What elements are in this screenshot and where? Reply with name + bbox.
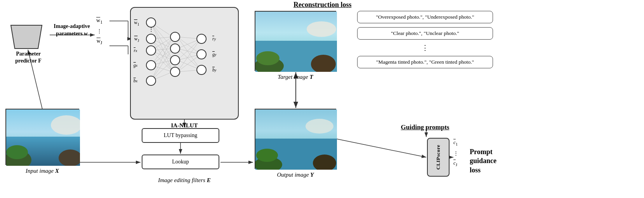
svg-point-52 xyxy=(146,46,156,55)
svg-text:w1: w1 xyxy=(134,20,139,26)
svg-point-58 xyxy=(170,67,180,76)
ia-nilut-box: ⋮ w1 wJ rx gx bx ry gy xyxy=(130,7,239,120)
svg-point-82 xyxy=(256,51,279,65)
nn-svg: ⋮ w1 wJ rx gx bx ry gy xyxy=(131,8,232,97)
recon-loss-label: Reconstruction loss xyxy=(293,1,352,9)
lookup-box: Lookup xyxy=(142,155,219,169)
svg-text:⋮: ⋮ xyxy=(149,26,154,32)
guiding-prompts-dots: ⋮ xyxy=(357,43,493,52)
svg-text:bx: bx xyxy=(134,78,138,83)
target-image xyxy=(255,11,336,71)
input-image-graphic xyxy=(6,109,80,166)
img-adaptive-label: Image-adaptiveparameters w xyxy=(52,23,91,37)
svg-point-76 xyxy=(6,145,28,159)
lut-bypass-box: LUT bypassing xyxy=(142,128,219,143)
image-editing-label: Image editing filters E xyxy=(130,177,239,184)
svg-marker-2 xyxy=(11,25,42,49)
svg-text:rx: rx xyxy=(134,48,137,53)
svg-point-61 xyxy=(197,65,206,75)
c-labels: c1 ⋮ cJ xyxy=(453,138,458,169)
guiding-prompts-area: "Overexposed photo.", "Underexposed phot… xyxy=(357,11,493,72)
svg-point-50 xyxy=(146,18,156,27)
svg-point-51 xyxy=(146,34,156,43)
svg-point-54 xyxy=(146,76,156,85)
target-image-graphic xyxy=(255,12,337,72)
prompt-box-1: "Overexposed photo.", "Underexposed phot… xyxy=(357,11,493,23)
param-predictor-label: Parameter predictor F xyxy=(7,50,50,64)
output-image xyxy=(255,109,336,169)
svg-point-59 xyxy=(197,34,206,43)
svg-point-53 xyxy=(146,61,156,70)
svg-text:by: by xyxy=(212,67,217,73)
svg-text:wJ: wJ xyxy=(134,36,139,43)
prompt-box-2: "Clear photo.", "Unclear photo." xyxy=(357,27,493,40)
input-image xyxy=(5,109,79,165)
svg-point-55 xyxy=(170,32,180,42)
clipscore-box: CLIPscore xyxy=(427,138,450,177)
diagram-container: Parameter predictor F Image-adaptivepara… xyxy=(0,0,644,198)
input-image-label: Input image X xyxy=(5,168,79,174)
svg-point-79 xyxy=(307,21,336,37)
guiding-prompts-label: Guiding prompts xyxy=(357,123,493,131)
svg-line-14 xyxy=(337,139,426,157)
svg-point-56 xyxy=(170,44,180,53)
svg-text:ry: ry xyxy=(212,36,216,42)
svg-text:gx: gx xyxy=(134,63,138,68)
svg-point-60 xyxy=(197,50,206,59)
svg-point-88 xyxy=(256,149,278,162)
svg-text:gy: gy xyxy=(212,52,217,57)
target-image-label: Target image T xyxy=(255,74,336,80)
w-labels: w1 ⋮ wJ xyxy=(96,16,102,47)
output-image-label: Output image Y xyxy=(255,172,336,178)
output-image-graphic xyxy=(255,109,337,170)
prompt-guidance-label: Promptguidanceloss xyxy=(470,148,496,175)
svg-point-57 xyxy=(170,56,180,65)
svg-point-85 xyxy=(306,119,333,134)
prompt-box-3: "Magenta tinted photo.", "Green tinted p… xyxy=(357,56,493,68)
